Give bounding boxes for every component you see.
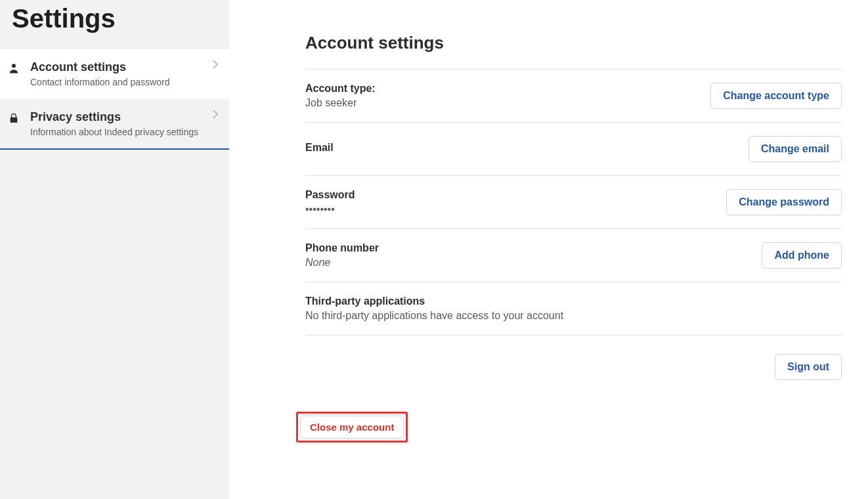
close-account-button[interactable]: Close my account (300, 416, 404, 439)
sidebar-item-sublabel: Information about Indeed privacy setting… (30, 126, 203, 138)
sidebar-item-label: Privacy settings (30, 110, 203, 125)
row-thirdparty: Third-party applications No third-party … (305, 282, 842, 335)
row-label: Third-party applications (305, 295, 842, 307)
sidebar-item-privacy-settings[interactable]: Privacy settings Information about Indee… (0, 99, 229, 149)
row-value: Job seeker (305, 97, 710, 109)
sidebar-item-account-settings[interactable]: Account settings Contact information and… (0, 49, 229, 99)
person-icon (7, 60, 21, 74)
row-password: Password •••••••• Change password (305, 175, 842, 228)
chevron-right-icon (212, 60, 219, 69)
row-value: •••••••• (305, 204, 726, 215)
row-label: Email (305, 142, 749, 154)
sign-out-button[interactable]: Sign out (775, 354, 842, 380)
sidebar-item-label: Account settings (30, 60, 203, 75)
row-label: Phone number (305, 242, 762, 254)
row-label: Password (305, 189, 726, 201)
main-title: Account settings (305, 33, 842, 53)
row-value: No third-party applications have access … (305, 310, 842, 322)
chevron-right-icon (212, 110, 219, 119)
row-label: Account type: (305, 83, 710, 95)
row-account-type: Account type: Job seeker Change account … (305, 69, 842, 122)
main-content: Account settings Account type: Job seeke… (229, 0, 868, 499)
page-title: Settings (0, 0, 229, 49)
sidebar-divider (0, 148, 229, 150)
svg-point-0 (12, 64, 16, 68)
close-account-wrapper: Close my account (296, 412, 842, 443)
close-account-highlight: Close my account (296, 412, 408, 443)
change-password-button[interactable]: Change password (726, 189, 842, 215)
row-value: None (305, 257, 762, 269)
sidebar-item-sublabel: Contact information and password (30, 76, 203, 88)
lock-icon (7, 110, 21, 124)
add-phone-button[interactable]: Add phone (762, 242, 842, 269)
change-account-type-button[interactable]: Change account type (710, 83, 842, 109)
row-phone: Phone number None Add phone (305, 228, 842, 282)
row-email: Email Change email (305, 122, 842, 175)
change-email-button[interactable]: Change email (749, 136, 842, 162)
settings-sidebar: Settings Account settings Contact inform… (0, 0, 229, 499)
row-signout: Sign out (305, 335, 842, 399)
